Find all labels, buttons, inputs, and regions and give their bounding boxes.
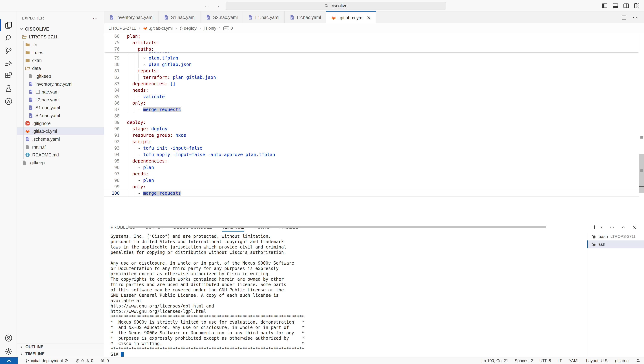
line-content: resource_group: nxos [127,132,186,138]
section-outline[interactable]: OUTLINE [17,343,104,350]
section-timeline[interactable]: TIMELINE [17,350,104,357]
activity-settings[interactable] [0,348,17,356]
nav-back-icon[interactable]: ← [204,2,210,9]
activity-ansible[interactable] [0,97,17,106]
vertical-scrollbar[interactable] [639,33,644,222]
tree-item-label: .schema.yaml [32,136,60,142]
activity-run-debug[interactable] [0,59,17,68]
tree-item-inventorynacyaml[interactable]: inventory.nac.yaml [17,80,104,88]
status-yaml[interactable]: YAML [569,358,580,363]
terminal-line: * Cisco in writing. * [111,341,587,346]
nav-forward-icon[interactable]: → [214,2,220,9]
sidebar-title: EXPLORER [22,16,44,20]
line-number: 92 [104,139,120,144]
editor-more-actions-icon[interactable] [632,15,638,20]
tree-item-gitlab-ciyml[interactable]: .gitlab-ci.yml [17,127,104,135]
activity-explorer[interactable] [0,21,17,29]
tree-item-gitkeep[interactable]: .gitkeep [17,159,104,166]
tree-item-maintf[interactable]: main.tf [17,143,104,151]
tab-s1nacyaml[interactable]: S1.nac.yaml [159,12,201,23]
activity-search[interactable] [0,34,17,42]
git-branch-status[interactable]: initial-deployment ⟳ [25,358,69,364]
toggle-panel-icon[interactable] [612,2,618,9]
tree-item-rules[interactable]: .rules [17,49,104,56]
code-line-100: 100- merge_requests [104,190,639,196]
tree-item-readmemd[interactable]: README.md [17,151,104,159]
yaml-icon [206,15,211,20]
new-terminal-icon[interactable] [592,224,597,230]
tree-root-ciscolive[interactable]: CISCOLIVE [17,25,104,33]
terminal-line: * the Nexus 9000v Software or Documentat… [111,330,587,336]
breadcrumb-item[interactable]: {}deploy [180,26,196,31]
tree-item-schemayaml[interactable]: .schema.yaml [17,135,104,143]
tree-item-ltrops-2711[interactable]: LTROPS-2711 [17,33,104,41]
tree-item-ci[interactable]: .ci [17,41,104,49]
yaml-key: artifacts: [132,40,159,45]
tree-item-s2nacyaml[interactable]: S2.nac.yaml [17,112,104,120]
tab-s2nacyaml[interactable]: S2.nac.yaml [201,12,243,23]
yaml-token: [] [170,81,176,86]
breadcrumb-item[interactable]: LTROPS-2711 [108,26,136,31]
customize-layout-icon[interactable] [634,2,640,9]
yaml-icon [25,136,30,142]
tree-item-label: README.md [32,152,59,158]
terminal-line: pursuant to United States and Internatio… [111,239,587,244]
line-content: - tofu apply -input=false -auto-approve … [127,152,275,158]
tab-gitlab-ciyml[interactable]: .gitlab-ci.yml✕ [326,12,376,24]
breadcrumb-item[interactable]: [ ]only [204,26,216,31]
terminal-line: GNU Lesser General Public License. A cop… [111,293,587,298]
terminal-item-bash[interactable]: $bashLTROPS-2711 [587,232,644,240]
breadcrumb-label: only [208,26,216,31]
code-line-93: 93- tofu init -input=false [104,145,639,152]
status-layout[interactable]: Layout: U.S. [586,358,609,363]
line-number: 85 [104,94,120,99]
tab-l2nacyaml[interactable]: L2.nac.yaml [285,12,326,23]
line-content: stage: deploy [127,126,168,132]
tree-item-data[interactable]: data [17,64,104,72]
activity-testing[interactable] [0,84,17,93]
terminal-dropdown-icon[interactable] [599,225,603,229]
toggle-secondary-sidebar-icon[interactable] [623,2,629,9]
tree-item-gitkeep[interactable]: .gitkeep [17,72,104,80]
tab-close-icon[interactable]: ✕ [367,15,371,21]
tree-item-l1nacyaml[interactable]: L1.nac.yaml [17,88,104,96]
tab-inventorynacyaml[interactable]: inventory.nac.yaml [104,12,159,23]
tree-item-gitignore[interactable]: .gitignore [17,120,104,127]
notifications-bell-icon[interactable] [636,358,640,363]
activity-extensions[interactable] [0,72,17,80]
terminal-line: or Documentation to any third party for … [111,266,587,271]
status-spaces[interactable]: Spaces: 2 [515,358,533,363]
activity-account[interactable] [0,334,17,342]
code-line-90: 90stage: deploy [104,126,639,132]
status-lf[interactable]: LF [557,358,562,363]
code-editor[interactable]: 66plan:75artifacts:76paths: 78- plan.txt… [104,33,644,222]
yaml-icon [28,90,33,94]
toggle-sidebar-icon[interactable] [601,2,608,9]
explorer-more-icon[interactable]: ⋯ [93,15,98,22]
ansible-status[interactable]: 0 [100,358,109,363]
maximize-panel-icon[interactable] [621,225,626,230]
split-editor-icon[interactable] [621,15,627,20]
breadcrumb-item[interactable]: abc0 [223,26,233,31]
terminal-output[interactable]: Systems, Inc. ("Cisco") and are protecte… [111,234,587,357]
horizontal-scrollbar-thumb[interactable] [129,226,546,228]
status-gitlab-ci[interactable]: gitlab-ci [615,358,629,363]
breadcrumb-item[interactable]: .gitlab-ci.yml [143,26,173,31]
code-line-80: 80- plan_gitlab.json [104,61,639,68]
tab-l1nacyaml[interactable]: L1.nac.yaml [243,12,285,23]
command-center-search[interactable]: ciscolive [226,2,446,10]
activity-source-control[interactable] [0,46,17,55]
search-icon [324,4,329,8]
close-panel-icon[interactable] [632,225,637,230]
tree-item-l2nacyaml[interactable]: L2.nac.yaml [17,96,104,104]
tab-label: inventory.nac.yaml [117,15,154,20]
status-ln[interactable]: Ln 100, Col 21 [481,358,508,363]
tree-item-cxtm[interactable]: cxtm [17,56,104,64]
problems-status[interactable]: 0 0 [76,358,93,363]
code-line-99: 99only: [104,184,639,190]
terminal-item-ssh[interactable]: $ssh [587,240,644,248]
tree-item-s1nacyaml[interactable]: S1.nac.yaml [17,104,104,112]
panel-more-actions-icon[interactable] [609,224,615,230]
remote-indicator[interactable]: >< [0,358,18,364]
status-utf-8[interactable]: UTF-8 [539,358,551,363]
